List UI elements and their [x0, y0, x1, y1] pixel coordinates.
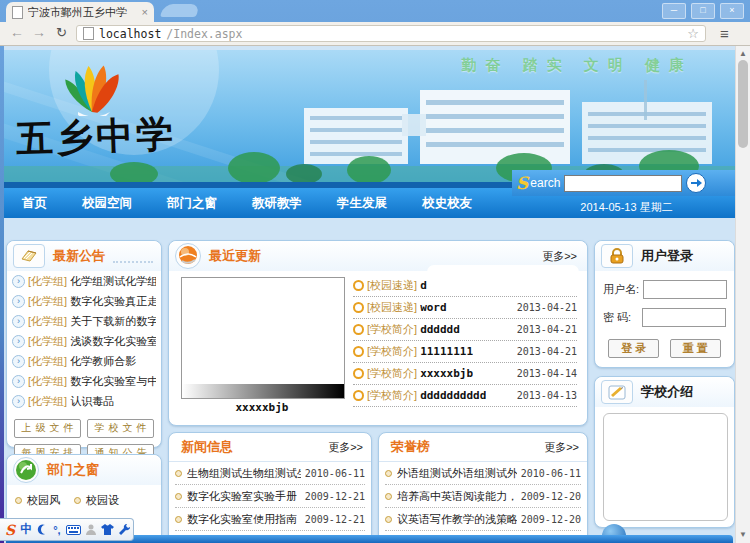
wrench-settings-icon[interactable] — [119, 524, 130, 535]
news-item[interactable]: 生物组测试生物组测试生… 2010-06-11 — [175, 462, 365, 485]
arrow-bullet-icon: › — [12, 395, 25, 408]
announcement-item[interactable]: › [化学组] 关于下载新的数字化… — [7, 311, 161, 331]
announcement-item[interactable]: › [化学组] 数字化实验室与中学… — [7, 371, 161, 391]
forward-icon[interactable]: → — [32, 24, 46, 40]
arrow-bullet-icon: › — [12, 275, 25, 288]
scrollbar-thumb[interactable] — [738, 60, 748, 148]
username-field[interactable] — [643, 280, 727, 299]
bookmark-star-icon[interactable]: ☆ — [687, 26, 699, 41]
tab-close-icon[interactable]: × — [142, 6, 148, 18]
announcement-item[interactable]: › [化学组] 认识毒品 — [7, 391, 161, 411]
school-intro-header: 学校介绍 — [595, 377, 734, 407]
recent-text: xxxxxbjb — [420, 367, 473, 380]
news-item[interactable]: 数字化实验室使用指南 2009-12-21 — [175, 508, 365, 531]
reload-icon[interactable]: ↻ — [56, 25, 67, 40]
announcement-tag: [化学组] — [28, 354, 67, 369]
news-more-link[interactable]: 更多>> — [328, 440, 363, 455]
announcement-item[interactable]: › [化学组] 数字化实验真正走入… — [7, 291, 161, 311]
login-button[interactable]: 登录 — [608, 339, 659, 358]
announcements-title: 最新公告 — [53, 247, 105, 265]
username-row: 用户名: — [603, 280, 726, 299]
news-text: 生物组测试生物组测试生… — [187, 466, 301, 481]
browser-menu-icon[interactable]: ≡ — [720, 25, 729, 42]
reset-button[interactable]: 重置 — [670, 339, 721, 358]
ring-bullet-icon — [353, 390, 364, 401]
announcement-item[interactable]: › [化学组] 化学教师合影 — [7, 351, 161, 371]
keyboard-icon[interactable] — [66, 525, 81, 535]
school-intro-title: 学校介绍 — [641, 383, 693, 401]
sogou-logo-icon[interactable]: S — [5, 522, 15, 538]
honors-more-link[interactable]: 更多>> — [544, 440, 579, 455]
dot-bullet-icon — [175, 493, 182, 500]
arrow-bullet-icon: › — [12, 335, 25, 348]
nav-item-departments[interactable]: 部门之窗 — [167, 188, 217, 218]
honor-item[interactable]: 培养高中英语阅读能力，… 2009-12-20 — [385, 485, 581, 508]
featured-image[interactable] — [181, 277, 345, 399]
announcement-item[interactable]: › [化学组] 浅谈数字化实验室在… — [7, 331, 161, 351]
superior-docs-button[interactable]: 上级文件 — [14, 419, 81, 438]
page-scrollbar[interactable]: ▲ ▼ — [735, 46, 750, 543]
honor-item[interactable]: 议英语写作教学的浅策略 2009-12-20 — [385, 508, 581, 531]
dot-bullet-icon — [385, 470, 392, 477]
dept-link[interactable]: 校园风 — [15, 493, 60, 508]
news-item[interactable]: 数字化实验室实验手册 2009-12-21 — [175, 485, 365, 508]
browser-tab[interactable]: 宁波市鄞州五乡中学 × — [6, 2, 154, 22]
recent-item[interactable]: [学校简介] xxxxxbjb 2013-04-14 — [353, 363, 577, 385]
back-icon[interactable]: ← — [10, 24, 24, 40]
new-tab-button[interactable] — [160, 4, 200, 17]
recent-text: word — [420, 301, 447, 314]
punctuation-icon[interactable]: °, — [53, 524, 60, 536]
recent-item[interactable]: [学校简介] 11111111 2013-04-21 — [353, 341, 577, 363]
password-field[interactable] — [642, 308, 726, 327]
recent-date: 2013-04-14 — [513, 368, 577, 379]
announcement-text: 化学教师合影 — [70, 354, 156, 369]
login-panel: 用户登录 用户名: 密 码: 登录 重置 — [594, 240, 735, 368]
skin-shirt-icon[interactable] — [101, 524, 114, 535]
recent-date: 2013-04-21 — [513, 346, 577, 357]
news-panel: 新闻信息 更多>> 生物组测试生物组测试生… 2010-06-11 数字化实验室… — [168, 432, 372, 543]
chinese-mode-icon[interactable]: 中 — [20, 521, 32, 538]
school-motto: 勤奋 踏实 文明 健康 — [461, 56, 693, 75]
dot-bullet-icon — [175, 470, 182, 477]
nav-item-alumni[interactable]: 校史校友 — [422, 188, 472, 218]
announcement-tag: [化学组] — [28, 274, 67, 289]
search-label-initial: S — [516, 173, 528, 193]
arrow-bullet-icon: › — [12, 295, 25, 308]
nav-item-students[interactable]: 学生发展 — [337, 188, 387, 218]
window-controls: ─ □ × — [662, 3, 744, 19]
recent-item[interactable]: [学校简介] dddddd 2013-04-21 — [353, 319, 577, 341]
nav-item-teaching[interactable]: 教研教学 — [252, 188, 302, 218]
school-docs-button[interactable]: 学校文件 — [87, 419, 154, 438]
search-input[interactable] — [564, 175, 682, 192]
nav-item-campus[interactable]: 校园空间 — [82, 188, 132, 218]
announcement-text: 数字化实验真正走入… — [70, 294, 156, 309]
recent-tag: [学校简介] — [367, 366, 417, 381]
school-logo-icon — [56, 56, 140, 116]
recent-tag: [校园速递] — [367, 278, 417, 293]
search-bar: S earch — [512, 170, 735, 196]
address-bar[interactable]: localhost /Index.aspx ☆ — [76, 25, 706, 42]
news-date: 2009-12-21 — [301, 514, 365, 525]
search-go-button[interactable] — [686, 173, 706, 193]
recent-tag: [学校简介] — [367, 388, 417, 403]
minimize-button[interactable]: ─ — [662, 3, 686, 19]
scroll-down-icon[interactable]: ▼ — [736, 527, 750, 543]
ring-bullet-icon — [353, 346, 364, 357]
browser-toolbar: ← → ↻ localhost /Index.aspx ☆ ≡ — [0, 22, 750, 46]
announcement-item[interactable]: › [化学组] 化学组测试化学组测… — [7, 271, 161, 291]
arrow-right-icon — [691, 178, 702, 188]
recent-item[interactable]: [校园速递] word 2013-04-21 — [353, 297, 577, 319]
recent-more-link[interactable]: 更多>> — [542, 249, 577, 264]
close-button[interactable]: × — [720, 3, 744, 19]
moon-shape-icon[interactable] — [37, 524, 48, 535]
user-profile-icon[interactable] — [86, 524, 96, 535]
recent-item[interactable]: [学校简介] dddddddddd 2013-04-13 — [353, 385, 577, 407]
arrow-bullet-icon: › — [12, 355, 25, 368]
nav-item-home[interactable]: 首页 — [22, 188, 47, 218]
dot-bullet-icon — [385, 516, 392, 523]
honor-item[interactable]: 外语组测试外语组测试外… 2010-06-11 — [385, 462, 581, 485]
maximize-button[interactable]: □ — [691, 3, 715, 19]
notebook-icon — [13, 244, 45, 268]
dept-link[interactable]: 校园设 — [74, 493, 119, 508]
recent-text: 11111111 — [420, 345, 473, 358]
